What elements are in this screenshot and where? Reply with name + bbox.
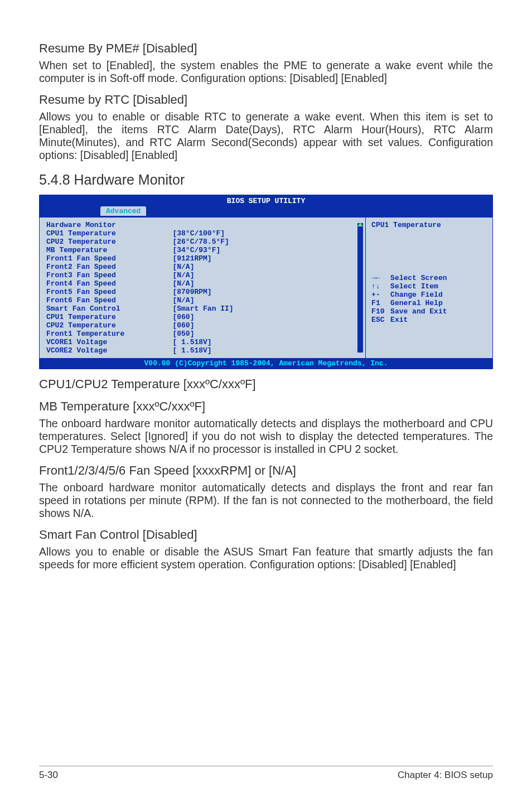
bios-row[interactable]: MB Temperature[34°C/93°F] bbox=[46, 246, 362, 254]
page-footer: 5-30 Chapter 4: BIOS setup bbox=[39, 766, 493, 781]
bios-row[interactable]: Front6 Fan Speed[N/A] bbox=[46, 296, 362, 305]
page-number: 5-30 bbox=[39, 770, 58, 781]
bios-row[interactable]: CPU2 Temperature[26°C/78.5°F] bbox=[46, 238, 362, 246]
bios-row-value: [N/A] bbox=[172, 296, 362, 305]
bios-row-label: Front2 Fan Speed bbox=[46, 263, 172, 271]
bios-row-label: Front1 Temperature bbox=[46, 330, 172, 338]
bios-row-label: VCORE1 Voltage bbox=[46, 338, 172, 346]
bios-row-value: [Smart Fan II] bbox=[172, 305, 362, 313]
bios-key: ↑↓ bbox=[371, 282, 390, 291]
heading-resume-rtc: Resume by RTC [Disabled] bbox=[39, 93, 493, 107]
bios-row-value: [N/A] bbox=[172, 279, 362, 288]
bios-key-desc: Exit bbox=[390, 316, 408, 324]
bios-row-label: CPU1 Temperature bbox=[46, 313, 172, 321]
bios-title: BIOS SETUP UTILITY bbox=[39, 195, 493, 205]
bios-key-desc: Save and Exit bbox=[390, 307, 447, 316]
bios-key-desc: Change Field bbox=[390, 291, 443, 299]
bios-row-value: [38°C/100°F] bbox=[172, 229, 362, 238]
bios-main-panel: Hardware MonitorCPU1 Temperature[38°C/10… bbox=[39, 217, 366, 359]
bios-row[interactable]: Front1 Fan Speed[9121RPM] bbox=[46, 254, 362, 263]
bios-row-value: [ 1.518V] bbox=[172, 346, 362, 355]
heading-mb-temp: MB Temperature [xxxºC/xxxºF] bbox=[39, 399, 493, 414]
bios-scrollbar[interactable] bbox=[357, 223, 363, 352]
bios-key-desc: General Help bbox=[390, 299, 443, 307]
bios-key-row: →←Select Screen bbox=[371, 274, 487, 282]
bios-row-value: [ 1.518V] bbox=[172, 338, 362, 346]
bios-key-desc: Select Screen bbox=[390, 274, 447, 282]
bios-row-label: Front6 Fan Speed bbox=[46, 296, 172, 305]
bios-row[interactable]: Front5 Fan Speed[8709RPM] bbox=[46, 288, 362, 296]
bios-row-value bbox=[172, 221, 362, 229]
bios-row[interactable]: Front3 Fan Speed[N/A] bbox=[46, 271, 362, 279]
bios-key-row: F1General Help bbox=[371, 299, 487, 307]
bios-row[interactable]: Front1 Temperature[050] bbox=[46, 330, 362, 338]
heading-hwmonitor: 5.4.8 Hardware Monitor bbox=[39, 172, 493, 188]
bios-row-label: VCORE2 Voltage bbox=[46, 346, 172, 355]
bios-row-label: CPU2 Temperature bbox=[46, 321, 172, 330]
bios-row-value: [050] bbox=[172, 330, 362, 338]
bios-row-label: Hardware Monitor bbox=[46, 221, 172, 229]
bios-row-value: [26°C/78.5°F] bbox=[172, 238, 362, 246]
bios-row-label: Front5 Fan Speed bbox=[46, 288, 172, 296]
bios-key: +- bbox=[371, 291, 390, 299]
bios-key: F1 bbox=[371, 299, 390, 307]
para-resume-pme: When set to [Enabled], the system enable… bbox=[39, 59, 493, 85]
bios-row-value: [N/A] bbox=[172, 271, 362, 279]
chapter-title: Chapter 4: BIOS setup bbox=[398, 770, 493, 781]
bios-key-desc: Select Item bbox=[390, 282, 438, 291]
bios-key-list: →←Select Screen↑↓Select Item+-Change Fie… bbox=[371, 274, 487, 324]
heading-resume-pme: Resume By PME# [Disabled] bbox=[39, 41, 493, 56]
bios-row-label: CPU1 Temperature bbox=[46, 229, 172, 238]
bios-key-row: ↑↓Select Item bbox=[371, 282, 487, 291]
bios-row-value: [060] bbox=[172, 321, 362, 330]
bios-footer: V00.00 (C)Copyright 1985-2004, American … bbox=[39, 359, 493, 369]
bios-row[interactable]: Front2 Fan Speed[N/A] bbox=[46, 263, 362, 271]
bios-key: ESC bbox=[371, 316, 390, 324]
bios-key-row: F10Save and Exit bbox=[371, 307, 487, 316]
bios-row-value: [34°C/93°F] bbox=[172, 246, 362, 254]
bios-tabstrip: Advanced bbox=[39, 205, 493, 216]
bios-row[interactable]: CPU1 Temperature[060] bbox=[46, 313, 362, 321]
bios-row-label: MB Temperature bbox=[46, 246, 172, 254]
bios-row-label: Smart Fan Control bbox=[46, 305, 172, 313]
bios-row[interactable]: Smart Fan Control[Smart Fan II] bbox=[46, 305, 362, 313]
bios-window: BIOS SETUP UTILITY Advanced Hardware Mon… bbox=[39, 195, 493, 369]
heading-smart-fan: Smart Fan Control [Disabled] bbox=[39, 528, 493, 542]
heading-cpu-temp: CPU1/CPU2 Temperature [xxxºC/xxxºF] bbox=[39, 377, 493, 392]
bios-row-value: [9121RPM] bbox=[172, 254, 362, 263]
bios-key-row: ESCExit bbox=[371, 316, 487, 324]
scroll-down-icon[interactable] bbox=[357, 349, 363, 353]
bios-row[interactable]: Hardware Monitor bbox=[46, 221, 362, 229]
bios-row-label: CPU2 Temperature bbox=[46, 238, 172, 246]
bios-tab-advanced[interactable]: Advanced bbox=[100, 206, 146, 216]
bios-row-label: Front3 Fan Speed bbox=[46, 271, 172, 279]
bios-row[interactable]: CPU2 Temperature[060] bbox=[46, 321, 362, 330]
bios-row[interactable]: Front4 Fan Speed[N/A] bbox=[46, 279, 362, 288]
heading-fan-speed: Front1/2/3/4/5/6 Fan Speed [xxxxRPM] or … bbox=[39, 463, 493, 478]
bios-key-row: +-Change Field bbox=[371, 291, 487, 299]
bios-row-label: Front1 Fan Speed bbox=[46, 254, 172, 263]
bios-row-value: [8709RPM] bbox=[172, 288, 362, 296]
para-fan-speed: The onboard hardware monitor automatical… bbox=[39, 481, 493, 520]
bios-help-panel: CPU1 Temperature →←Select Screen↑↓Select… bbox=[366, 217, 493, 359]
para-smart-fan: Allows you to enable or disable the ASUS… bbox=[39, 545, 493, 571]
bios-key: F10 bbox=[371, 307, 390, 316]
bios-row[interactable]: VCORE1 Voltage[ 1.518V] bbox=[46, 338, 362, 346]
bios-key: →← bbox=[371, 274, 390, 282]
bios-row[interactable]: VCORE2 Voltage[ 1.518V] bbox=[46, 346, 362, 355]
bios-row-value: [060] bbox=[172, 313, 362, 321]
para-mb-temp: The onboard hardware monitor automatical… bbox=[39, 417, 493, 456]
bios-row[interactable]: CPU1 Temperature[38°C/100°F] bbox=[46, 229, 362, 238]
para-resume-rtc: Allows you to enable or disable RTC to g… bbox=[39, 110, 493, 162]
bios-row-value: [N/A] bbox=[172, 263, 362, 271]
scroll-up-icon[interactable] bbox=[357, 223, 363, 226]
bios-row-label: Front4 Fan Speed bbox=[46, 279, 172, 288]
bios-help-title: CPU1 Temperature bbox=[371, 221, 487, 229]
